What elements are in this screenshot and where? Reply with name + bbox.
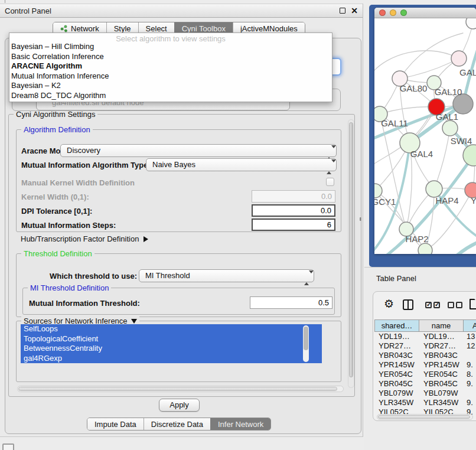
mi-algorithm-type-combobox[interactable]: Naive Bayes	[146, 158, 337, 171]
split-view-icon[interactable]	[403, 299, 413, 310]
network-node-gal7[interactable]	[451, 51, 467, 66]
table-row[interactable]: YPR145WYPR145W9.	[374, 360, 476, 370]
minimize-window-icon[interactable]	[390, 9, 396, 16]
algorithm-option-bayesian-k2[interactable]: Bayesian – K2	[9, 81, 332, 91]
apply-button[interactable]: Apply	[159, 399, 200, 412]
column-header-name[interactable]: name	[419, 319, 464, 332]
table-cell: YBL079W	[419, 389, 464, 398]
mi-threshold-input[interactable]	[250, 296, 332, 309]
disclosure-down-icon	[131, 319, 137, 324]
algorithm-definition-group: Algorithm Definition Aracne Mode: Discov…	[16, 129, 341, 232]
mi-threshold-definition-group: MI Threshold Definition Mutual Informati…	[22, 288, 335, 315]
network-node-swi4[interactable]	[442, 120, 458, 136]
tab-label: Cyni Toolbox	[182, 24, 226, 33]
algorithm-option-aracne-algorithm[interactable]: ARACNE Algorithm	[9, 61, 332, 71]
table-row[interactable]: YBL079WYBL079W	[374, 389, 476, 398]
which-threshold-value: MI Threshold	[145, 271, 190, 280]
network-node-gray-node[interactable]	[453, 94, 473, 114]
table-row[interactable]: YER054CYER054C8.	[374, 370, 476, 379]
gear-icon[interactable]	[384, 298, 394, 309]
minimized-panel-chip[interactable]	[2, 444, 14, 450]
close-window-icon[interactable]	[379, 9, 386, 16]
mi-steps-input[interactable]	[252, 219, 335, 231]
network-node-label-hap2: HAP2	[405, 234, 428, 244]
data-attribute-selfloops[interactable]: SelfLoops	[21, 324, 322, 334]
close-panel-icon[interactable]	[351, 6, 358, 15]
table-row[interactable]: YDL19…YDL19…13	[374, 332, 476, 341]
network-node-white-top[interactable]	[466, 18, 476, 29]
control-panel-title: Control Panel	[5, 6, 51, 15]
dpi-tolerance-input[interactable]	[252, 204, 335, 217]
table-panel-section: Table Panel shared…nameA YDL19…YDL19…13Y…	[364, 267, 476, 450]
document-icon[interactable]	[470, 299, 476, 309]
select-all-icon[interactable]	[425, 302, 442, 311]
table-cell: YLR345W	[419, 398, 464, 407]
mi-steps-label: Mutual Information Steps:	[21, 221, 116, 230]
table-cell: 9.	[464, 398, 476, 407]
network-canvas[interactable]: GAL7GAL80GAL10GAL1GAL11SWI4GAL4GCY1HAP4Y…	[374, 18, 476, 254]
tab-discretize-data[interactable]: Discretize Data	[144, 418, 210, 430]
deselect-all-icon[interactable]	[448, 302, 464, 311]
aracne-mode-combobox[interactable]: Discovery	[60, 144, 337, 157]
data-attribute-topologicalcoefficient[interactable]: TopologicalCoefficient	[21, 334, 322, 344]
control-panel-window: Control Panel NetworkStyleSelectCyni Too…	[0, 4, 363, 437]
table-cell: YDR27…	[419, 341, 464, 351]
network-node-hap4[interactable]	[426, 181, 442, 197]
disclosure-right-icon	[144, 236, 148, 242]
algorithm-option-bayesian-hill-climbing[interactable]: Bayesian – Hill Climbing	[9, 42, 332, 52]
network-node-green-bottom[interactable]	[418, 243, 432, 254]
attributes-scrollbar[interactable]	[303, 325, 309, 362]
data-attribute-betweennesscentrality[interactable]: BetweennessCentrality	[21, 344, 322, 354]
tab-label: Style	[114, 24, 131, 33]
tab-label: Impute Data	[94, 420, 136, 429]
table-row[interactable]: YBR043CYBR043C	[374, 351, 476, 360]
network-node-label-y: Y	[471, 195, 476, 206]
column-header-shared[interactable]: shared…	[374, 319, 419, 332]
tab-impute-data[interactable]: Impute Data	[87, 418, 144, 430]
network-node-label-gal10: GAL10	[435, 87, 462, 97]
hub-transcription-factor-disclosure[interactable]: Hub/Transcription Factor Definition	[21, 234, 148, 243]
algorithm-option-basic-correlation-inference[interactable]: Basic Correlation Inference	[9, 52, 332, 62]
table-cell: YER054C	[419, 370, 464, 379]
network-node-gcy1[interactable]	[374, 184, 382, 198]
table-cell: 9.	[464, 379, 476, 389]
tab-label: Select	[146, 24, 167, 33]
column-header-a[interactable]: A	[464, 319, 476, 332]
network-node-big-green[interactable]	[463, 145, 476, 166]
algorithm-option-dream8-dc-tdc-algorithm[interactable]: Dream8 DC_TDC Algorithm	[9, 91, 332, 101]
kernel-width-input[interactable]	[252, 190, 335, 203]
stepper-icon	[327, 161, 332, 173]
table-row[interactable]: YLR345WYLR345W9.	[374, 398, 476, 407]
network-node-label-gal1: GAL1	[436, 112, 458, 122]
manual-kernel-width-checkbox[interactable]	[326, 178, 334, 186]
threshold-definition-group: Threshold Definition Which threshold to …	[16, 253, 341, 317]
tab-infer-network[interactable]: Infer Network	[210, 418, 270, 430]
network-edge-arc	[374, 51, 459, 74]
float-window-icon[interactable]	[340, 8, 345, 14]
algorithm-option-mutual-information-inference[interactable]: Mutual Information Inference	[9, 71, 332, 81]
settings-vertical-scrollbar[interactable]	[348, 119, 354, 388]
table-row[interactable]: YBR045CYBR045C9.	[374, 379, 476, 389]
network-edge	[434, 128, 450, 189]
settings-horizontal-scrollbar[interactable]	[17, 386, 344, 392]
data-attribute-gal4rgexp[interactable]: gal4RGexp	[21, 354, 322, 364]
aracne-mode-value: Discovery	[67, 146, 100, 155]
network-edge-arc	[455, 242, 476, 254]
data-attributes-list: SelfLoopsTopologicalCoefficientBetweenne…	[21, 324, 322, 363]
algorithm-popup-placeholder: Select algorithm to view settings	[9, 33, 332, 42]
table-cell: YBR043C	[374, 351, 419, 360]
table-horizontal-scrollbar[interactable]	[377, 414, 473, 420]
divider-tick	[5, 0, 5, 3]
table-cell: YDL19…	[419, 332, 464, 341]
table-cell: 13	[464, 332, 476, 341]
tab-label: jActiveMNodules	[240, 24, 298, 33]
table-row[interactable]: YDR27…YDR27…12	[374, 341, 476, 351]
tab-label: Network	[71, 24, 99, 33]
dpi-tolerance-label: DPI Tolerance [0,1]:	[21, 207, 92, 216]
cyni-algorithm-settings-group: Cyni Algorithm Settings Algorithm Defini…	[8, 114, 355, 397]
which-threshold-combobox[interactable]: MI Threshold	[139, 269, 314, 282]
table-cell	[464, 351, 476, 360]
panel-splitter-handle[interactable]	[360, 217, 361, 221]
zoom-window-icon[interactable]	[400, 9, 407, 16]
table-header-row: shared…nameA	[374, 319, 476, 332]
